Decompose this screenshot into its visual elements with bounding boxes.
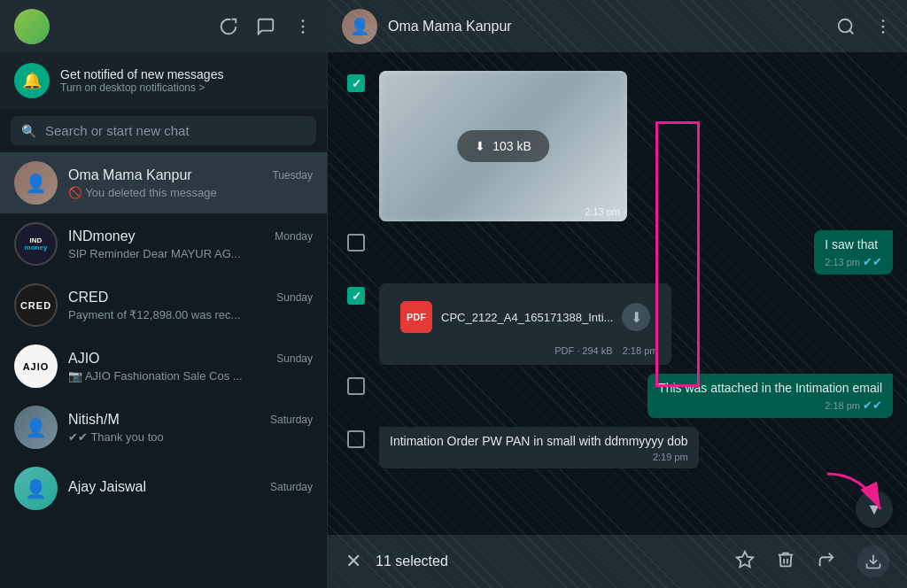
list-item[interactable]: 👤 Oma Mama Kanpur Tuesday 🚫 You deleted … [0,152,327,213]
chat-preview: 🚫 You deleted this message [68,186,313,199]
checkbox-col [342,283,370,305]
search-input-wrap: 🔍 [11,116,316,145]
chat-name: CRED [68,290,108,306]
list-item[interactable]: AJIO AJIO Sunday 📷 AJIO Fashionation Sal… [0,336,327,397]
avatar: AJIO [14,344,58,388]
pdf-meta: PDF · 294 kB [554,345,612,356]
notification-text: Get notified of new messages Turn on des… [60,67,223,94]
chat-info: Oma Mama Kanpur Tuesday 🚫 You deleted th… [68,167,313,199]
outgoing-bubble: I saw that 2:13 pm ✔✔ [814,230,893,275]
list-item[interactable]: CRED CRED Sunday Payment of ₹12,898.00 w… [0,275,327,336]
pdf-download-button[interactable]: ⬇ [622,303,650,331]
download-button[interactable] [857,545,889,577]
message-text: I saw that [825,237,878,251]
close-selection-button[interactable]: ✕ [345,550,361,573]
notification-bar: 🔔 Get notified of new messages Turn on d… [0,52,327,109]
svg-point-6 [882,25,885,27]
search-input[interactable] [45,123,306,138]
chat-preview: Payment of ₹12,898.00 was rec... [68,308,313,321]
avatar: 👤 [14,406,58,449]
avatar: IND money [14,222,58,266]
message-time: 2:13 pm [585,206,620,217]
double-tick-icon: ✔✔ [863,398,882,412]
svg-point-1 [302,25,305,27]
header-more-icon[interactable] [873,17,893,36]
message-time: 2:18 pm [825,400,860,411]
file-size: 103 kB [492,139,531,153]
more-options-icon[interactable] [293,17,313,36]
refresh-icon[interactable] [219,17,238,36]
user-avatar[interactable] [14,9,50,44]
notification-title: Get notified of new messages [60,67,223,81]
sidebar-header [0,0,327,52]
chat-header: 👤 Oma Mama Kanpur [328,0,907,52]
svg-point-3 [839,19,852,32]
message-time: 2:13 pm [825,257,860,267]
avatar: 👤 [14,161,58,205]
image-message: ⬇ 103 kB 2:13 pm [379,71,627,221]
message-text: Intimation Order PW PAN in small with dd… [390,434,688,448]
pdf-filename: CPC_2122_A4_165171388_Inti... [441,311,613,324]
chat-name: AJIO [68,351,100,367]
message-checkbox[interactable] [347,377,365,395]
message-text: This was attached in the Intimation emai… [658,381,882,395]
message-checkbox[interactable] [347,234,365,251]
download-overlay[interactable]: ⬇ 103 kB [457,130,549,162]
chat-time: Saturday [270,481,313,493]
chat-time: Tuesday [272,169,313,182]
outgoing-bubble: This was attached in the Intimation emai… [647,374,893,418]
double-tick-icon: ✔✔ [863,255,882,268]
msg-content: I saw that 2:13 pm ✔✔ [379,230,893,275]
msg-content: Intimation Order PW PAN in small with dd… [379,427,893,468]
star-button[interactable] [735,550,755,574]
selection-bar: ✕ 11 selected [328,535,907,588]
message-checkbox[interactable] [347,287,365,305]
list-item[interactable]: 👤 Ajay Jaiswal Saturday [0,458,327,519]
chat-info: Ajay Jaiswal Saturday [68,479,313,498]
delete-button[interactable] [776,550,795,574]
chat-header-name: Oma Mama Kanpur [388,19,826,35]
svg-point-0 [302,19,305,22]
chat-name: Nitish/M [68,412,120,428]
chat-time: Saturday [270,414,313,426]
header-icons [219,17,313,36]
svg-point-7 [882,31,885,34]
chat-time: Sunday [276,352,313,365]
pink-arrow-indicator [818,465,889,522]
chat-icon[interactable] [256,17,275,36]
chat-time: Sunday [276,291,313,304]
table-row: I saw that 2:13 pm ✔✔ [328,228,907,277]
avatar: CRED [14,283,58,327]
checkbox-col [342,374,370,395]
chat-header-icons [836,17,893,36]
chat-header-avatar[interactable]: 👤 [342,9,377,44]
msg-content: PDF CPC_2122_A4_165171388_Inti... ⬇ PDF … [379,283,893,365]
message-checkbox[interactable] [347,74,365,92]
checkbox-col [342,230,370,251]
list-item[interactable]: 👤 Nitish/M Saturday ✔✔ Thank you too [0,397,327,458]
chat-preview: ✔✔ Thank you too [68,430,313,444]
download-icon: ⬇ [475,139,485,153]
chat-info: CRED Sunday Payment of ₹12,898.00 was re… [68,290,313,321]
checkbox-col [342,71,370,92]
svg-marker-9 [737,551,753,566]
chat-time: Monday [275,230,313,243]
notification-icon: 🔔 [14,63,50,98]
notification-subtitle[interactable]: Turn on desktop notifications > [60,81,223,94]
messages-area: ⬇ 103 kB 2:13 pm I saw that 2:13 pm ✔✔ [328,52,907,535]
chat-list: 👤 Oma Mama Kanpur Tuesday 🚫 You deleted … [0,152,327,588]
pdf-message: PDF CPC_2122_A4_165171388_Inti... ⬇ [390,292,661,342]
forward-button[interactable] [817,550,836,574]
msg-content: This was attached in the Intimation emai… [379,374,893,418]
chat-name: INDmoney [68,228,136,244]
table-row: ⬇ 103 kB 2:13 pm [328,68,907,224]
pdf-icon: PDF [400,301,432,333]
message-checkbox[interactable] [347,430,365,448]
svg-line-4 [849,30,853,34]
header-search-icon[interactable] [836,17,856,36]
list-item[interactable]: IND money INDmoney Monday SIP Reminder D… [0,213,327,275]
chat-info: AJIO Sunday 📷 AJIO Fashionation Sale Cos… [68,351,313,383]
selection-actions [735,545,889,577]
chat-name: Oma Mama Kanpur [68,167,192,183]
checkbox-col [342,427,370,448]
